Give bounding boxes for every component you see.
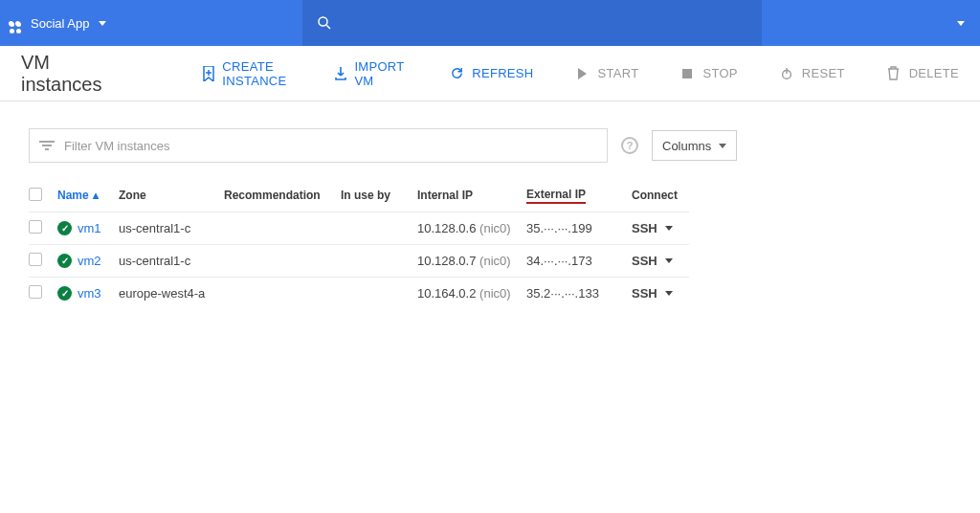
- action-label: RESET: [802, 66, 845, 80]
- table-row: vm3 europe-west4-a 10.164.0.2 (nic0) 35.…: [29, 277, 689, 309]
- refresh-button[interactable]: REFRESH: [448, 66, 533, 80]
- reset-button[interactable]: RESET: [778, 66, 845, 80]
- vm-internal-ip: 10.128.0.7 (nic0): [417, 254, 526, 268]
- vm-zone: us-central1-c: [119, 254, 224, 268]
- content-area: ? Columns Name▴ Zone Recommendation In u…: [0, 101, 980, 309]
- project-selector[interactable]: Social App: [8, 16, 106, 31]
- svg-line-1: [326, 25, 330, 29]
- filter-box[interactable]: [29, 128, 608, 163]
- project-icon: [8, 20, 21, 27]
- row-checkbox[interactable]: [29, 285, 42, 299]
- search-region[interactable]: [302, 0, 762, 46]
- status-running-icon: [57, 221, 72, 235]
- play-icon: [573, 67, 590, 80]
- vm-table: Name▴ Zone Recommendation In use by Inte…: [29, 178, 689, 309]
- status-running-icon: [57, 286, 72, 301]
- vm-external-ip: 34.···.···.173: [526, 254, 632, 268]
- action-label: START: [597, 66, 638, 80]
- svg-rect-4: [682, 69, 692, 78]
- trash-icon: [885, 66, 902, 80]
- row-checkbox[interactable]: [29, 253, 42, 266]
- vm-internal-ip: 10.164.0.2 (nic0): [417, 286, 526, 301]
- svg-point-0: [319, 17, 327, 26]
- stop-button[interactable]: STOP: [679, 66, 737, 80]
- col-external-ip[interactable]: External IP: [526, 188, 632, 204]
- action-label: REFRESH: [472, 66, 533, 80]
- vm-internal-ip: 10.128.0.6 (nic0): [417, 221, 526, 235]
- vm-external-ip: 35.···.···.199: [526, 221, 632, 235]
- chevron-down-icon[interactable]: [957, 21, 965, 26]
- vm-name-link[interactable]: vm3: [78, 286, 101, 301]
- filter-row: ? Columns: [29, 128, 951, 163]
- filter-input[interactable]: [64, 139, 597, 153]
- import-icon: [334, 66, 347, 81]
- chevron-down-icon: [665, 258, 673, 263]
- row-checkbox[interactable]: [29, 220, 42, 234]
- import-vm-button[interactable]: IMPORT VM: [334, 59, 408, 88]
- filter-icon: [39, 140, 55, 151]
- vm-zone: us-central1-c: [119, 221, 224, 235]
- search-icon: [316, 14, 333, 32]
- table-row: vm2 us-central1-c 10.128.0.7 (nic0) 34.·…: [29, 244, 689, 277]
- topbar-right: [957, 21, 965, 26]
- action-label: DELETE: [909, 66, 959, 80]
- table-row: vm1 us-central1-c 10.128.0.6 (nic0) 35.·…: [29, 212, 689, 244]
- bookmark-plus-icon: [202, 66, 215, 81]
- col-zone[interactable]: Zone: [119, 189, 224, 202]
- vm-external-ip: 35.2···.···.133: [526, 286, 632, 301]
- chevron-down-icon: [719, 144, 726, 148]
- chevron-down-icon: [99, 21, 106, 26]
- columns-button[interactable]: Columns: [652, 130, 737, 161]
- chevron-down-icon: [665, 291, 673, 296]
- col-in-use-by[interactable]: In use by: [341, 189, 417, 202]
- vm-name-link[interactable]: vm2: [78, 254, 101, 268]
- stop-icon: [679, 68, 696, 79]
- status-running-icon: [57, 254, 72, 268]
- col-recommendation[interactable]: Recommendation: [224, 189, 341, 202]
- table-header: Name▴ Zone Recommendation In use by Inte…: [29, 179, 689, 212]
- power-icon: [778, 67, 795, 80]
- ssh-button[interactable]: SSH: [632, 254, 689, 268]
- action-buttons: CREATE INSTANCE IMPORT VM REFRESH START …: [202, 59, 959, 88]
- ssh-button[interactable]: SSH: [632, 221, 689, 235]
- col-name[interactable]: Name▴: [57, 189, 119, 202]
- col-internal-ip[interactable]: Internal IP: [417, 189, 526, 202]
- start-button[interactable]: START: [573, 66, 638, 80]
- chevron-down-icon: [665, 226, 673, 231]
- topbar: Social App: [0, 0, 980, 46]
- action-label: IMPORT VM: [354, 59, 408, 88]
- action-label: STOP: [702, 66, 737, 80]
- delete-button[interactable]: DELETE: [885, 66, 959, 80]
- select-all-checkbox[interactable]: [29, 188, 42, 201]
- project-name: Social App: [31, 16, 89, 31]
- vm-name-link[interactable]: vm1: [78, 221, 101, 235]
- vm-zone: europe-west4-a: [119, 286, 224, 301]
- action-bar: VM instances CREATE INSTANCE IMPORT VM R…: [0, 46, 980, 101]
- col-connect[interactable]: Connect: [632, 189, 689, 202]
- columns-label: Columns: [662, 139, 711, 153]
- help-icon[interactable]: ?: [621, 137, 638, 154]
- ssh-button[interactable]: SSH: [632, 286, 689, 301]
- refresh-icon: [448, 66, 465, 80]
- action-label: CREATE INSTANCE: [222, 59, 294, 88]
- create-instance-button[interactable]: CREATE INSTANCE: [202, 59, 294, 88]
- page-title: VM instances: [21, 52, 125, 96]
